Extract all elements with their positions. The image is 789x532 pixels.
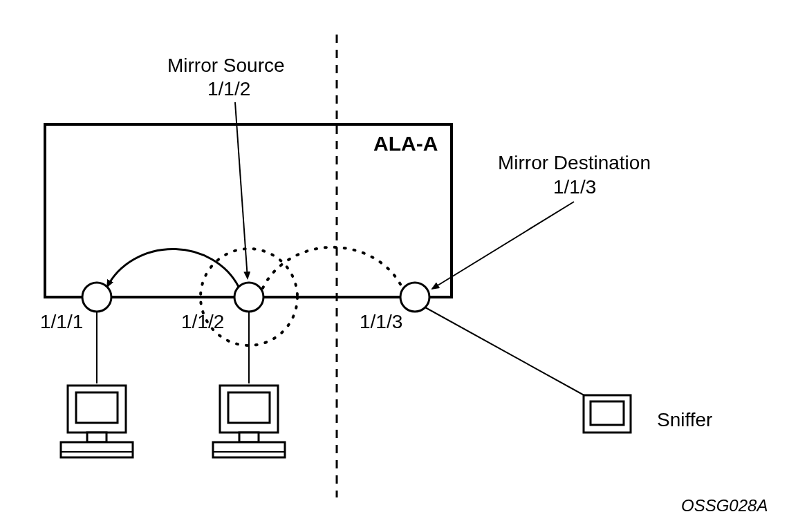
- sniffer-icon: [584, 395, 631, 433]
- svg-rect-8: [213, 442, 285, 457]
- svg-rect-11: [591, 401, 624, 425]
- port-3: [400, 283, 429, 312]
- svg-rect-2: [87, 433, 106, 442]
- port-1: [82, 283, 111, 312]
- network-diagram: ALA-A 1/1/1 1/1/2 1/1/3 Sniffer Mirror: [0, 0, 789, 532]
- svg-rect-3: [61, 442, 133, 457]
- device-name: ALA-A: [373, 132, 438, 155]
- port-1-label: 1/1/1: [40, 311, 83, 332]
- figure-id: OSSG028A: [681, 496, 768, 515]
- computer-icon-2: [213, 386, 285, 457]
- computer-icon-1: [61, 386, 133, 457]
- mirror-source-pointer: [235, 102, 248, 278]
- mirror-dest-title: Mirror Destination: [498, 152, 651, 173]
- traffic-arc: [107, 249, 239, 287]
- svg-rect-7: [239, 433, 259, 442]
- mirror-dest-port: 1/1/3: [553, 176, 596, 198]
- mirror-dest-pointer: [432, 202, 574, 289]
- port-2-label: 1/1/2: [181, 311, 224, 332]
- mirror-arc: [263, 247, 402, 288]
- link-port3: [425, 307, 588, 397]
- svg-rect-6: [228, 392, 270, 423]
- svg-rect-1: [76, 392, 118, 423]
- sniffer-label: Sniffer: [657, 409, 712, 430]
- port-2: [234, 283, 263, 312]
- mirror-source-port: 1/1/2: [207, 78, 250, 99]
- mirror-source-title: Mirror Source: [167, 55, 285, 76]
- port-3-label: 1/1/3: [360, 311, 402, 332]
